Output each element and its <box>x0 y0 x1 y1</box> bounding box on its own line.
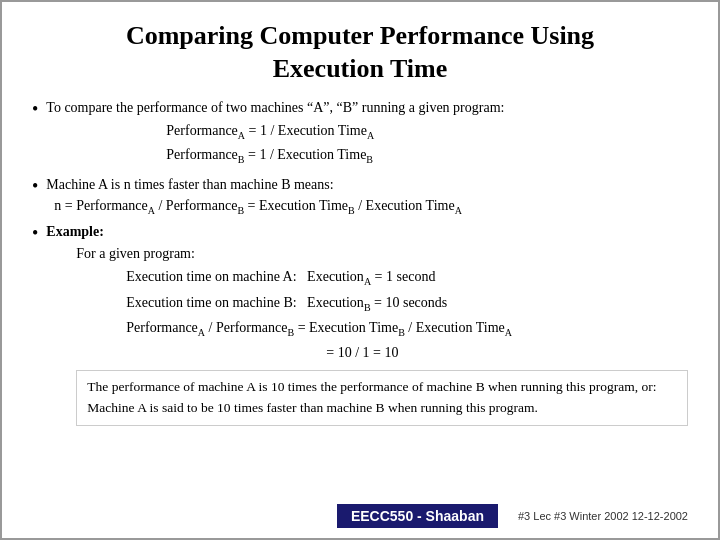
footer-info: #3 Lec #3 Winter 2002 12-12-2002 <box>518 510 688 522</box>
perf-lines: PerformanceA = 1 / Execution TimeA Perfo… <box>46 120 688 168</box>
bullet-1-text: To compare the performance of two machin… <box>46 97 688 170</box>
exec-a-line: Execution time on machine A: ExecutionA … <box>126 265 688 290</box>
title-line1: Comparing Computer Performance Using <box>126 21 594 50</box>
bullet-1-intro: To compare the performance of two machin… <box>46 100 504 115</box>
perf-b-line: PerformanceB = 1 / Execution TimeB <box>166 144 688 168</box>
perf-a-line: PerformanceA = 1 / Execution TimeA <box>166 120 688 144</box>
exec-lines: Execution time on machine A: ExecutionA … <box>76 265 688 364</box>
perf-eq-line: PerformanceA / PerformanceB = Execution … <box>126 316 688 341</box>
slide-content: • To compare the performance of two mach… <box>32 97 688 498</box>
bullet-1-marker: • <box>32 97 38 122</box>
for-program: For a given program: <box>76 242 688 265</box>
result-line: = 10 / 1 = 10 <box>126 341 688 364</box>
footer: EECC550 - Shaaban #3 Lec #3 Winter 2002 … <box>32 504 688 528</box>
bullet-2-marker: • <box>32 174 38 199</box>
footer-badge: EECC550 - Shaaban <box>337 504 498 528</box>
bullet-2-text: Machine A is n times faster than machine… <box>46 174 688 218</box>
exec-b-line: Execution time on machine B: ExecutionB … <box>126 291 688 316</box>
slide-title: Comparing Computer Performance Using Exe… <box>32 20 688 85</box>
bullet-2-intro: Machine A is n times faster than machine… <box>46 174 688 195</box>
bullet-2: • Machine A is n times faster than machi… <box>32 174 688 218</box>
bullet-3-marker: • <box>32 221 38 246</box>
bullet-2-eq: n = PerformanceA / PerformanceB = Execut… <box>46 195 688 218</box>
bullet-3-text: Example: For a given program: Execution … <box>46 221 688 426</box>
bullet-3: • Example: For a given program: Executio… <box>32 221 688 426</box>
slide: Comparing Computer Performance Using Exe… <box>0 0 720 540</box>
example-label: Example: <box>46 221 688 242</box>
summary-box: The performance of machine A is 10 times… <box>76 370 688 426</box>
bullet-1: • To compare the performance of two mach… <box>32 97 688 170</box>
example-block: For a given program: Execution time on m… <box>46 242 688 426</box>
title-line2: Execution Time <box>273 54 448 83</box>
